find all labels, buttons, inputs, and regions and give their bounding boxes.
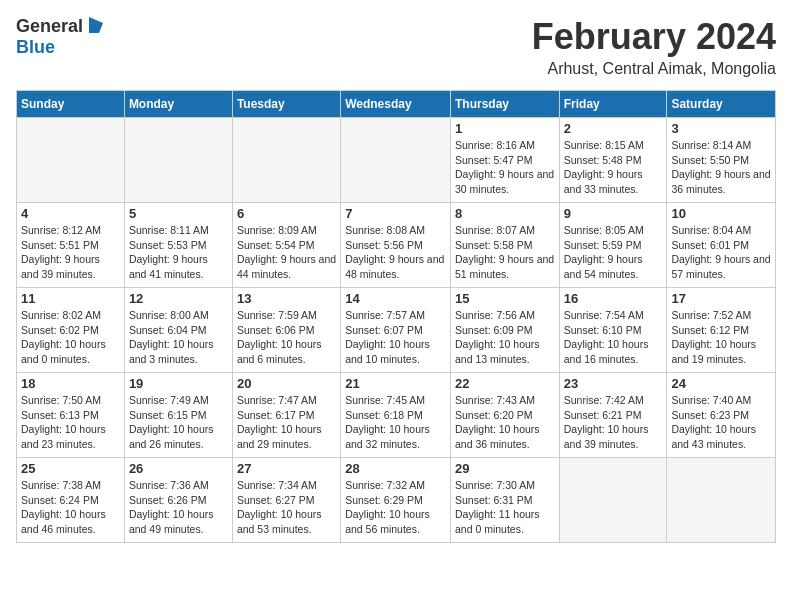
day-info: Sunrise: 7:59 AMSunset: 6:06 PMDaylight:…: [237, 308, 336, 367]
day-number: 3: [671, 121, 771, 136]
day-info: Sunrise: 8:07 AMSunset: 5:58 PMDaylight:…: [455, 223, 555, 282]
day-number: 12: [129, 291, 228, 306]
logo: General Blue: [16, 16, 105, 58]
day-info: Sunrise: 7:54 AMSunset: 6:10 PMDaylight:…: [564, 308, 663, 367]
day-number: 27: [237, 461, 336, 476]
day-number: 24: [671, 376, 771, 391]
header-day-saturday: Saturday: [667, 91, 776, 118]
calendar-cell: 5Sunrise: 8:11 AMSunset: 5:53 PMDaylight…: [124, 203, 232, 288]
calendar-cell: 19Sunrise: 7:49 AMSunset: 6:15 PMDayligh…: [124, 373, 232, 458]
calendar-cell: 6Sunrise: 8:09 AMSunset: 5:54 PMDaylight…: [232, 203, 340, 288]
logo-general-text: General: [16, 16, 83, 37]
day-number: 25: [21, 461, 120, 476]
calendar-week-4: 18Sunrise: 7:50 AMSunset: 6:13 PMDayligh…: [17, 373, 776, 458]
day-info: Sunrise: 7:32 AMSunset: 6:29 PMDaylight:…: [345, 478, 446, 537]
day-number: 28: [345, 461, 446, 476]
day-info: Sunrise: 7:56 AMSunset: 6:09 PMDaylight:…: [455, 308, 555, 367]
day-number: 20: [237, 376, 336, 391]
day-info: Sunrise: 7:34 AMSunset: 6:27 PMDaylight:…: [237, 478, 336, 537]
calendar-cell: 1Sunrise: 8:16 AMSunset: 5:47 PMDaylight…: [450, 118, 559, 203]
day-info: Sunrise: 7:43 AMSunset: 6:20 PMDaylight:…: [455, 393, 555, 452]
day-number: 11: [21, 291, 120, 306]
calendar-cell: 9Sunrise: 8:05 AMSunset: 5:59 PMDaylight…: [559, 203, 667, 288]
calendar-week-2: 4Sunrise: 8:12 AMSunset: 5:51 PMDaylight…: [17, 203, 776, 288]
header-day-wednesday: Wednesday: [341, 91, 451, 118]
title-section: February 2024 Arhust, Central Aimak, Mon…: [532, 16, 776, 78]
day-info: Sunrise: 7:47 AMSunset: 6:17 PMDaylight:…: [237, 393, 336, 452]
calendar-table: SundayMondayTuesdayWednesdayThursdayFrid…: [16, 90, 776, 543]
day-number: 1: [455, 121, 555, 136]
day-number: 14: [345, 291, 446, 306]
calendar-cell: 22Sunrise: 7:43 AMSunset: 6:20 PMDayligh…: [450, 373, 559, 458]
calendar-cell: 21Sunrise: 7:45 AMSunset: 6:18 PMDayligh…: [341, 373, 451, 458]
day-info: Sunrise: 8:02 AMSunset: 6:02 PMDaylight:…: [21, 308, 120, 367]
day-info: Sunrise: 7:57 AMSunset: 6:07 PMDaylight:…: [345, 308, 446, 367]
day-info: Sunrise: 8:00 AMSunset: 6:04 PMDaylight:…: [129, 308, 228, 367]
calendar-cell: 10Sunrise: 8:04 AMSunset: 6:01 PMDayligh…: [667, 203, 776, 288]
page-header: General Blue February 2024 Arhust, Centr…: [16, 16, 776, 78]
day-number: 16: [564, 291, 663, 306]
day-number: 18: [21, 376, 120, 391]
day-number: 26: [129, 461, 228, 476]
day-number: 21: [345, 376, 446, 391]
header-day-friday: Friday: [559, 91, 667, 118]
day-info: Sunrise: 7:40 AMSunset: 6:23 PMDaylight:…: [671, 393, 771, 452]
calendar-cell: 15Sunrise: 7:56 AMSunset: 6:09 PMDayligh…: [450, 288, 559, 373]
day-info: Sunrise: 8:15 AMSunset: 5:48 PMDaylight:…: [564, 138, 663, 197]
calendar-body: 1Sunrise: 8:16 AMSunset: 5:47 PMDaylight…: [17, 118, 776, 543]
calendar-cell: 29Sunrise: 7:30 AMSunset: 6:31 PMDayligh…: [450, 458, 559, 543]
day-info: Sunrise: 7:50 AMSunset: 6:13 PMDaylight:…: [21, 393, 120, 452]
day-info: Sunrise: 8:09 AMSunset: 5:54 PMDaylight:…: [237, 223, 336, 282]
calendar-cell: 7Sunrise: 8:08 AMSunset: 5:56 PMDaylight…: [341, 203, 451, 288]
day-number: 17: [671, 291, 771, 306]
calendar-cell: 12Sunrise: 8:00 AMSunset: 6:04 PMDayligh…: [124, 288, 232, 373]
day-info: Sunrise: 7:45 AMSunset: 6:18 PMDaylight:…: [345, 393, 446, 452]
calendar-cell: 16Sunrise: 7:54 AMSunset: 6:10 PMDayligh…: [559, 288, 667, 373]
svg-marker-0: [89, 17, 103, 33]
day-info: Sunrise: 8:08 AMSunset: 5:56 PMDaylight:…: [345, 223, 446, 282]
day-number: 4: [21, 206, 120, 221]
calendar-cell: 11Sunrise: 8:02 AMSunset: 6:02 PMDayligh…: [17, 288, 125, 373]
calendar-cell: [341, 118, 451, 203]
month-title: February 2024: [532, 16, 776, 58]
calendar-cell: 27Sunrise: 7:34 AMSunset: 6:27 PMDayligh…: [232, 458, 340, 543]
day-number: 5: [129, 206, 228, 221]
calendar-cell: [232, 118, 340, 203]
header-day-tuesday: Tuesday: [232, 91, 340, 118]
calendar-cell: 28Sunrise: 7:32 AMSunset: 6:29 PMDayligh…: [341, 458, 451, 543]
day-number: 10: [671, 206, 771, 221]
day-info: Sunrise: 7:30 AMSunset: 6:31 PMDaylight:…: [455, 478, 555, 537]
day-info: Sunrise: 8:05 AMSunset: 5:59 PMDaylight:…: [564, 223, 663, 282]
calendar-cell: 24Sunrise: 7:40 AMSunset: 6:23 PMDayligh…: [667, 373, 776, 458]
day-info: Sunrise: 7:36 AMSunset: 6:26 PMDaylight:…: [129, 478, 228, 537]
header-row: SundayMondayTuesdayWednesdayThursdayFrid…: [17, 91, 776, 118]
location-title: Arhust, Central Aimak, Mongolia: [532, 60, 776, 78]
calendar-cell: 25Sunrise: 7:38 AMSunset: 6:24 PMDayligh…: [17, 458, 125, 543]
day-number: 8: [455, 206, 555, 221]
calendar-cell: 26Sunrise: 7:36 AMSunset: 6:26 PMDayligh…: [124, 458, 232, 543]
day-number: 9: [564, 206, 663, 221]
day-info: Sunrise: 8:11 AMSunset: 5:53 PMDaylight:…: [129, 223, 228, 282]
calendar-header: SundayMondayTuesdayWednesdayThursdayFrid…: [17, 91, 776, 118]
calendar-cell: [17, 118, 125, 203]
calendar-cell: 17Sunrise: 7:52 AMSunset: 6:12 PMDayligh…: [667, 288, 776, 373]
day-info: Sunrise: 8:04 AMSunset: 6:01 PMDaylight:…: [671, 223, 771, 282]
header-day-thursday: Thursday: [450, 91, 559, 118]
day-info: Sunrise: 7:52 AMSunset: 6:12 PMDaylight:…: [671, 308, 771, 367]
calendar-cell: 13Sunrise: 7:59 AMSunset: 6:06 PMDayligh…: [232, 288, 340, 373]
calendar-cell: 20Sunrise: 7:47 AMSunset: 6:17 PMDayligh…: [232, 373, 340, 458]
day-number: 15: [455, 291, 555, 306]
calendar-cell: 14Sunrise: 7:57 AMSunset: 6:07 PMDayligh…: [341, 288, 451, 373]
logo-icon: [85, 15, 105, 35]
day-number: 2: [564, 121, 663, 136]
day-number: 13: [237, 291, 336, 306]
day-number: 6: [237, 206, 336, 221]
calendar-cell: 3Sunrise: 8:14 AMSunset: 5:50 PMDaylight…: [667, 118, 776, 203]
header-day-sunday: Sunday: [17, 91, 125, 118]
calendar-cell: [124, 118, 232, 203]
calendar-cell: 4Sunrise: 8:12 AMSunset: 5:51 PMDaylight…: [17, 203, 125, 288]
day-number: 23: [564, 376, 663, 391]
day-info: Sunrise: 7:42 AMSunset: 6:21 PMDaylight:…: [564, 393, 663, 452]
day-info: Sunrise: 8:12 AMSunset: 5:51 PMDaylight:…: [21, 223, 120, 282]
day-number: 29: [455, 461, 555, 476]
